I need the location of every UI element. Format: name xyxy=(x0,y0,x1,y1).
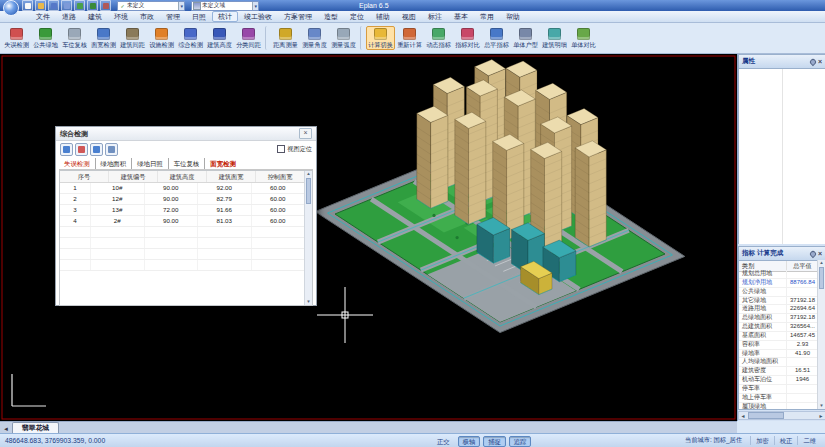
table-row[interactable]: 4 2# 90.00 81.03 60.00 xyxy=(60,216,305,227)
status-button[interactable]: 加密 xyxy=(750,436,774,445)
unit-compare-button[interactable]: 单体对比 xyxy=(569,26,598,50)
close-icon[interactable]: × xyxy=(299,128,312,139)
status-toggle[interactable]: 追踪 xyxy=(509,436,532,447)
indicators-title-bar[interactable]: 指标 计算完成 × xyxy=(739,247,825,261)
scroll-up-icon[interactable]: ▲ xyxy=(819,260,823,266)
column-header[interactable]: 序号 xyxy=(60,171,109,182)
table-row[interactable] xyxy=(60,249,305,260)
indicator-row[interactable]: 规划净用地 88766.84 xyxy=(739,279,818,288)
scroll-up-icon[interactable]: ▲ xyxy=(306,171,310,177)
table-scrollbar[interactable]: ▲ ▼ xyxy=(304,171,312,305)
chevron-down-icon[interactable]: ▾ xyxy=(178,2,184,10)
print-button[interactable] xyxy=(100,0,111,11)
indicators-scrollbar[interactable]: ▲ ▼ xyxy=(817,260,825,409)
tab-nav-left-icon[interactable]: ◄ xyxy=(3,426,9,432)
indicator-row[interactable]: 建筑密度 16.51 xyxy=(739,367,818,376)
dialog-tab[interactable]: 绿地面积 xyxy=(96,158,133,169)
menu-item[interactable]: 竣工验收 xyxy=(238,11,278,22)
building-detail-button[interactable]: 建筑明细 xyxy=(540,26,569,50)
building-height-button[interactable]: 建筑高度 xyxy=(205,26,234,50)
table-button[interactable] xyxy=(90,143,103,156)
status-toggle[interactable]: 正交 xyxy=(432,436,455,447)
save-all-button[interactable] xyxy=(61,0,72,11)
indicator-row[interactable]: 总绿地面积 37192.18 xyxy=(739,314,818,323)
menu-item[interactable]: 辅助 xyxy=(370,11,396,22)
menu-item[interactable]: 常用 xyxy=(474,11,500,22)
status-button[interactable]: 校正 xyxy=(774,436,798,445)
table-row[interactable]: 1 10# 90.00 92.00 60.00 xyxy=(60,183,305,194)
save-button[interactable] xyxy=(48,0,59,11)
building-spacing-button[interactable]: 建筑间距 xyxy=(118,26,147,50)
indicator-compare-button[interactable]: 指标对比 xyxy=(453,26,482,50)
menu-item[interactable]: 基本 xyxy=(448,11,474,22)
indicator-row[interactable]: 机动车泊位 1946 xyxy=(739,376,818,385)
comprehensive-check-button[interactable]: 综合检测 xyxy=(176,26,205,50)
angle-measure-button[interactable]: 测量角度 xyxy=(300,26,329,50)
table-row[interactable] xyxy=(60,227,305,238)
layer-combo[interactable]: ✓ 未定义 ▾ xyxy=(117,1,185,11)
properties-title-bar[interactable]: 属性 × xyxy=(739,55,825,69)
scrollbar-thumb[interactable] xyxy=(819,267,824,289)
menu-item[interactable]: 日照 xyxy=(186,11,212,22)
column-header[interactable]: 建筑面宽 xyxy=(207,171,256,182)
pin-icon[interactable] xyxy=(809,57,817,65)
new-file-button[interactable] xyxy=(22,0,33,11)
menu-item[interactable]: 视图 xyxy=(396,11,422,22)
table-row[interactable]: 3 13# 72.00 91.66 60.00 xyxy=(60,205,305,216)
indicator-row[interactable]: 其它绿地 37192.18 xyxy=(739,297,818,306)
menu-item[interactable]: 市政 xyxy=(134,11,160,22)
pin-icon[interactable] xyxy=(809,249,817,257)
table-row[interactable] xyxy=(60,238,305,249)
table-row[interactable] xyxy=(60,260,305,271)
column-header[interactable]: 建筑编号 xyxy=(109,171,158,182)
recalculate-button[interactable]: 重新计算 xyxy=(395,26,424,50)
scroll-down-icon[interactable]: ▼ xyxy=(819,403,823,409)
indicator-row[interactable]: 人均绿地面积 xyxy=(739,358,818,367)
app-logo-icon[interactable] xyxy=(3,0,19,16)
indicator-row[interactable]: 规划总用地 xyxy=(739,270,818,279)
facility-check-button[interactable]: 设施检测 xyxy=(147,26,176,50)
menu-item[interactable]: 标注 xyxy=(422,11,448,22)
status-button[interactable]: 二维 xyxy=(797,436,821,445)
arc-measure-button[interactable]: 测量弧度 xyxy=(329,26,358,50)
view-locate-checkbox[interactable]: 视图定位 xyxy=(277,145,312,154)
menu-item[interactable]: 造型 xyxy=(318,11,344,22)
menu-item[interactable]: 建筑 xyxy=(82,11,108,22)
indicator-row[interactable]: 停车率 xyxy=(739,385,818,394)
indicators-hscrollbar[interactable]: ◄ ► xyxy=(738,411,825,420)
dialog-tab[interactable]: 车位复核 xyxy=(169,158,206,169)
status-toggle[interactable]: 捕捉 xyxy=(483,436,506,447)
redo-button[interactable] xyxy=(87,0,98,11)
menu-item[interactable]: 管理 xyxy=(160,11,186,22)
menu-item[interactable]: 道路 xyxy=(56,11,82,22)
dialog-tab[interactable]: 失误检测 xyxy=(59,158,96,169)
classify-spacing-button[interactable]: 分类间距 xyxy=(234,26,263,50)
distance-measure-button[interactable]: 距离测量 xyxy=(271,26,300,50)
menu-item[interactable]: 帮助 xyxy=(500,11,526,22)
dialog-title-bar[interactable]: 综合检测 × xyxy=(56,127,316,141)
refresh-button[interactable] xyxy=(60,143,73,156)
calc-switch-button[interactable]: 计算切换 xyxy=(366,26,395,50)
facade-width-button[interactable]: 面宽检测 xyxy=(89,26,118,50)
indicator-row[interactable]: 容积率 2.93 xyxy=(739,341,818,350)
indicator-row[interactable]: 绿地率 41.90 xyxy=(739,350,818,359)
linetype-combo[interactable]: 未定义域 ▾ xyxy=(191,1,259,11)
dynamic-indicator-button[interactable]: 动态指标 xyxy=(424,26,453,50)
undo-button[interactable] xyxy=(74,0,85,11)
scrollbar-thumb[interactable] xyxy=(306,178,311,204)
close-icon[interactable]: × xyxy=(818,58,822,65)
status-toggle[interactable]: 极轴 xyxy=(458,436,481,447)
column-header[interactable]: 建筑高度 xyxy=(158,171,207,182)
table-row[interactable]: 2 12# 90.00 82.79 60.00 xyxy=(60,194,305,205)
menu-item[interactable]: 核计 xyxy=(212,11,238,22)
print-button[interactable] xyxy=(105,143,118,156)
parking-check-button[interactable]: 车位复核 xyxy=(60,26,89,50)
menu-item[interactable]: 方案管理 xyxy=(278,11,318,22)
indicator-row[interactable]: 屋顶绿地 xyxy=(739,403,818,409)
indicator-row[interactable]: 基底面积 14657.45 xyxy=(739,332,818,341)
export-button[interactable] xyxy=(75,143,88,156)
error-check-button[interactable]: 失误检测 xyxy=(2,26,31,50)
open-file-button[interactable] xyxy=(35,0,46,11)
dialog-tab[interactable]: 绿地日照 xyxy=(132,158,169,169)
menu-item[interactable]: 定位 xyxy=(344,11,370,22)
